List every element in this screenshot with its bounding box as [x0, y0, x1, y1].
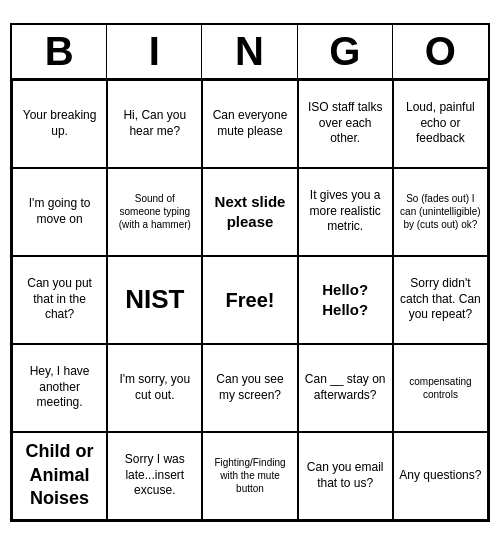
bingo-cell-22: Fighting/Finding with the mute button: [202, 432, 297, 520]
bingo-cell-7: Next slide please: [202, 168, 297, 256]
cell-text-9: So (fades out) I can (unintelligible) by…: [399, 192, 482, 231]
bingo-cell-8: It gives you a more realistic metric.: [298, 168, 393, 256]
bingo-cell-0: Your breaking up.: [12, 80, 107, 168]
cell-text-7: Next slide please: [208, 192, 291, 231]
bingo-cell-20: Child or Animal Noises: [12, 432, 107, 520]
bingo-cell-16: I'm sorry, you cut out.: [107, 344, 202, 432]
bingo-cell-1: Hi, Can you hear me?: [107, 80, 202, 168]
header-letter-B: B: [12, 25, 107, 78]
cell-text-22: Fighting/Finding with the mute button: [208, 456, 291, 495]
cell-text-10: Can you put that in the chat?: [18, 276, 101, 323]
bingo-cell-4: Loud, painful echo or feedback: [393, 80, 488, 168]
bingo-cell-23: Can you email that to us?: [298, 432, 393, 520]
bingo-cell-15: Hey, I have another meeting.: [12, 344, 107, 432]
bingo-header: BINGO: [12, 25, 488, 80]
bingo-cell-6: Sound of someone typing (with a hammer): [107, 168, 202, 256]
cell-text-23: Can you email that to us?: [304, 460, 387, 491]
bingo-cell-12: Free!: [202, 256, 297, 344]
bingo-grid: Your breaking up.Hi, Can you hear me?Can…: [12, 80, 488, 520]
bingo-cell-2: Can everyone mute please: [202, 80, 297, 168]
bingo-cell-13: Hello? Hello?: [298, 256, 393, 344]
cell-text-11: NIST: [113, 283, 196, 317]
cell-text-18: Can __ stay on afterwards?: [304, 372, 387, 403]
bingo-cell-5: I'm going to move on: [12, 168, 107, 256]
header-letter-G: G: [298, 25, 393, 78]
cell-text-13: Hello? Hello?: [304, 280, 387, 319]
cell-text-0: Your breaking up.: [18, 108, 101, 139]
bingo-cell-21: Sorry I was late...insert excuse.: [107, 432, 202, 520]
cell-text-16: I'm sorry, you cut out.: [113, 372, 196, 403]
cell-text-8: It gives you a more realistic metric.: [304, 188, 387, 235]
cell-text-1: Hi, Can you hear me?: [113, 108, 196, 139]
cell-text-4: Loud, painful echo or feedback: [399, 100, 482, 147]
bingo-card: BINGO Your breaking up.Hi, Can you hear …: [10, 23, 490, 522]
bingo-cell-19: compensating controls: [393, 344, 488, 432]
cell-text-15: Hey, I have another meeting.: [18, 364, 101, 411]
bingo-cell-18: Can __ stay on afterwards?: [298, 344, 393, 432]
cell-text-6: Sound of someone typing (with a hammer): [113, 192, 196, 231]
bingo-cell-17: Can you see my screen?: [202, 344, 297, 432]
cell-text-20: Child or Animal Noises: [18, 440, 101, 510]
bingo-cell-11: NIST: [107, 256, 202, 344]
header-letter-N: N: [202, 25, 297, 78]
cell-text-17: Can you see my screen?: [208, 372, 291, 403]
cell-text-14: Sorry didn't catch that. Can you repeat?: [399, 276, 482, 323]
bingo-cell-24: Any questions?: [393, 432, 488, 520]
cell-text-24: Any questions?: [399, 468, 482, 484]
cell-text-5: I'm going to move on: [18, 196, 101, 227]
bingo-cell-14: Sorry didn't catch that. Can you repeat?: [393, 256, 488, 344]
header-letter-O: O: [393, 25, 488, 78]
header-letter-I: I: [107, 25, 202, 78]
bingo-cell-3: ISO staff talks over each other.: [298, 80, 393, 168]
bingo-cell-10: Can you put that in the chat?: [12, 256, 107, 344]
cell-text-12: Free!: [208, 287, 291, 313]
cell-text-2: Can everyone mute please: [208, 108, 291, 139]
cell-text-3: ISO staff talks over each other.: [304, 100, 387, 147]
bingo-cell-9: So (fades out) I can (unintelligible) by…: [393, 168, 488, 256]
cell-text-19: compensating controls: [399, 375, 482, 401]
cell-text-21: Sorry I was late...insert excuse.: [113, 452, 196, 499]
